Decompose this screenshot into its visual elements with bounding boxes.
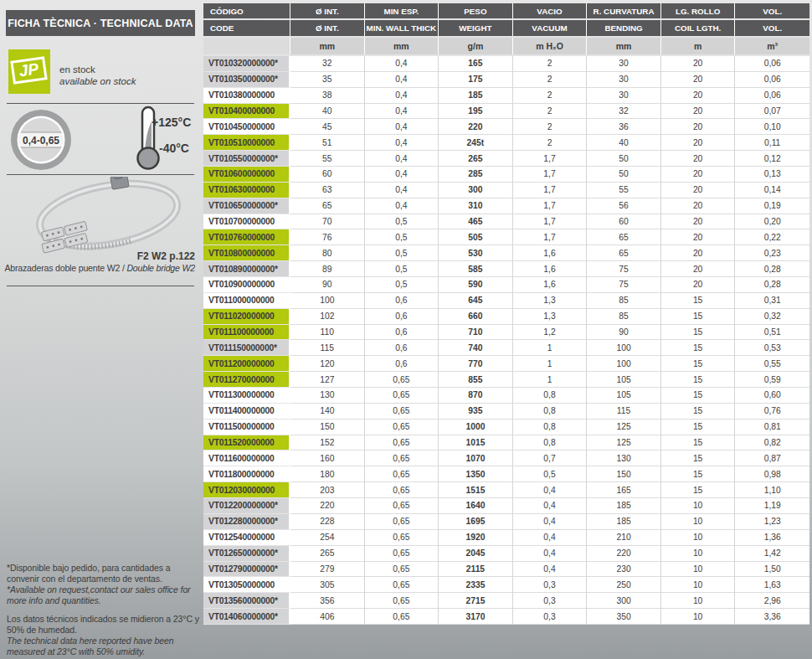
cell-weight: 1070: [439, 450, 513, 466]
cell-coil-length: 20: [661, 151, 736, 167]
cell-weight: 265: [439, 151, 513, 167]
sidebar: FICHA TÈCNICA · TECHNICAL DATA JP en sto…: [0, 0, 203, 659]
cell-min-wall: 0,6: [365, 309, 439, 325]
cell-min-wall: 0,5: [365, 261, 439, 277]
cell-vacuum: 1,7: [513, 167, 588, 183]
table-row: VT011520000000 152 0,65 1015 0,8 125 15 …: [203, 435, 809, 451]
table-row: VT011400000000 140 0,65 935 0,8 115 15 0…: [203, 404, 809, 420]
cell-min-wall: 0,65: [365, 372, 439, 388]
cell-code: VT011300000000: [203, 388, 290, 404]
cell-inner-diameter: 110: [290, 325, 365, 341]
cell-volume: 0,98: [735, 466, 809, 482]
cell-coil-length: 20: [661, 261, 736, 277]
cell-volume: 2,96: [735, 593, 809, 609]
table-row: VT011270000000 127 0,65 855 1 105 15 0,5…: [203, 372, 809, 388]
cell-vacuum: 1,3: [513, 293, 588, 309]
cell-vacuum: 1,3: [513, 309, 588, 325]
table-row: VT011800000000 180 0,65 1350 0,5 150 15 …: [203, 466, 809, 482]
cell-coil-length: 20: [661, 245, 736, 261]
cell-coil-length: 15: [661, 372, 736, 388]
cell-weight: 740: [439, 340, 513, 356]
cell-weight: 855: [439, 372, 513, 388]
cell-vacuum: 0,4: [513, 514, 588, 530]
cell-min-wall: 0,65: [365, 466, 439, 482]
cell-inner-diameter: 127: [290, 372, 365, 388]
cell-coil-length: 10: [661, 498, 736, 514]
cell-code: VT014060000000*: [203, 609, 290, 625]
cell-bending: 85: [587, 309, 661, 325]
cell-code: VT012790000000*: [203, 562, 290, 578]
table-row: VT010890000000* 89 0,5 585 1,6 75 20 0,2…: [203, 261, 809, 277]
cell-bending: 75: [587, 261, 661, 277]
cell-bending: 250: [587, 577, 661, 593]
cell-inner-diameter: 40: [290, 104, 365, 120]
table-row: VT010600000000 60 0,4 285 1,7 50 20 0,13: [203, 167, 809, 183]
footnote-measure-en: The technical data here reported have be…: [7, 636, 204, 657]
cell-coil-length: 10: [661, 593, 736, 609]
table-row: VT012650000000* 265 0,65 2045 0,4 220 10…: [203, 546, 809, 562]
cell-weight: 3170: [439, 609, 513, 625]
cell-weight: 2115: [439, 562, 513, 578]
cell-coil-length: 20: [661, 135, 736, 151]
cell-vacuum: 1: [513, 340, 588, 356]
cell-bending: 30: [587, 72, 661, 88]
header-cell: CODE: [203, 20, 290, 36]
cell-code: VT010350000000*: [203, 72, 290, 88]
cell-code: VT011200000000: [203, 356, 290, 372]
header-cell: BENDING: [587, 20, 661, 36]
cell-vacuum: 0,5: [513, 466, 588, 482]
cell-bending: 115: [587, 404, 661, 420]
unit-cell: g/m: [439, 38, 513, 54]
cell-code: VT010400000000: [203, 104, 290, 120]
table-units-row: mmmmg/mm H₂Ommmm³: [203, 38, 809, 54]
header-cell: PESO: [439, 3, 513, 18]
cell-code: VT010320000000*: [203, 56, 290, 72]
cell-inner-diameter: 70: [290, 214, 365, 230]
cell-vacuum: 1,7: [513, 214, 588, 230]
cell-coil-length: 10: [661, 562, 736, 578]
cell-code: VT013050000000: [203, 577, 290, 593]
cell-inner-diameter: 228: [290, 514, 365, 530]
cell-bending: 185: [587, 498, 661, 514]
cell-inner-diameter: 120: [290, 356, 365, 372]
header-cell: VACIO: [513, 3, 588, 18]
cell-inner-diameter: 406: [290, 609, 365, 625]
footnote-request-es: *Disponible bajo pedido, para cantidades…: [7, 563, 204, 584]
cell-weight: 1515: [439, 482, 513, 498]
cell-inner-diameter: 55: [290, 151, 365, 167]
cell-coil-length: 20: [661, 88, 736, 104]
cell-vacuum: 0,4: [513, 562, 588, 578]
cell-volume: 0,51: [735, 325, 809, 341]
cell-vacuum: 0,3: [513, 577, 588, 593]
cell-min-wall: 0,6: [365, 325, 439, 341]
table-row: VT011000000000 100 0,6 645 1,3 85 15 0,3…: [203, 293, 809, 309]
cell-volume: 0,59: [735, 372, 809, 388]
cell-bending: 125: [587, 435, 661, 451]
cell-vacuum: 1,7: [513, 229, 588, 245]
cell-coil-length: 20: [661, 72, 736, 88]
cell-coil-length: 20: [661, 56, 736, 72]
cell-coil-length: 20: [661, 104, 736, 120]
cell-code: VT010760000000: [203, 229, 290, 245]
temperature-max-label: +125°C: [152, 116, 191, 129]
cell-min-wall: 0,65: [365, 388, 439, 404]
cell-weight: 310: [439, 198, 513, 214]
cell-volume: 1,50: [735, 562, 809, 578]
product-caption-en: Double bridge W2: [126, 263, 195, 273]
cell-inner-diameter: 130: [290, 388, 365, 404]
cell-volume: 0,22: [735, 229, 809, 245]
cell-code: VT011020000000: [203, 309, 290, 325]
table-row: VT011150000000* 115 0,6 740 1 100 15 0,5…: [203, 340, 809, 356]
cell-bending: 300: [587, 593, 661, 609]
cell-inner-diameter: 160: [290, 450, 365, 466]
cell-coil-length: 20: [661, 277, 736, 293]
cell-code: VT013560000000*: [203, 593, 290, 609]
cell-vacuum: 2: [513, 135, 588, 151]
cell-min-wall: 0,4: [365, 88, 439, 104]
table-row: VT010700000000 70 0,5 465 1,7 60 20 0,20: [203, 214, 809, 230]
unit-cell: mm: [587, 38, 661, 54]
cell-volume: 0,76: [735, 404, 809, 420]
cell-vacuum: 1,2: [513, 325, 588, 341]
cell-vacuum: 0,3: [513, 609, 588, 625]
cell-weight: 1695: [439, 514, 513, 530]
